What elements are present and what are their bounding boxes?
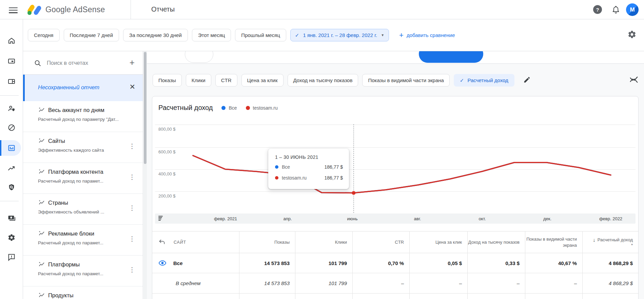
table-header-row: САЙТ Показы Клики CTR Цена за клик Доход…: [152, 231, 638, 253]
metric-chip-viewability[interactable]: Показы в видимой части экрана: [362, 74, 449, 87]
x-axis-tick: дек.: [543, 216, 551, 221]
undo-icon[interactable]: [158, 239, 165, 246]
kebab-menu-icon[interactable]: ⋮: [129, 173, 135, 181]
metric-chip-impressions[interactable]: Показы: [153, 74, 182, 87]
brand-logo[interactable]: Google AdSense: [27, 3, 105, 16]
sort-desc-icon: ↓: [593, 237, 596, 243]
metric-chip-cpc[interactable]: Цена за клик: [241, 74, 284, 87]
report-item-ad-units[interactable]: Рекламные блоки Расчетный доход по парам…: [23, 225, 143, 256]
check-icon: ✓: [460, 77, 464, 83]
x-axis-tick: февр. 2021: [214, 216, 237, 221]
reports-sidebar: + Несохраненный отчет ✕ Весь аккаунт по …: [23, 51, 143, 299]
kebab-menu-icon[interactable]: ⋮: [129, 235, 135, 243]
cell-impressions: 14 573 853: [239, 273, 295, 293]
report-settings-gear-icon[interactable]: [627, 30, 637, 40]
ads-icon[interactable]: [5, 55, 18, 67]
reports-icon[interactable]: [5, 142, 18, 154]
cell-earnings: 4 868,29 $: [583, 253, 638, 273]
cell-rpm: 0,33 $: [468, 253, 525, 273]
nav-rail: [0, 19, 23, 299]
date-range-label: 1 янв. 2021 г. – 28 февр. 2022 г.: [303, 32, 377, 38]
chevron-down-icon: ▼: [381, 33, 384, 37]
report-item-account-by-day[interactable]: Весь аккаунт по дням Расчетный доход по …: [23, 101, 143, 132]
notifications-bell-icon[interactable]: [611, 5, 620, 14]
chip-partial[interactable]: [185, 51, 213, 63]
legend-item-all[interactable]: Все: [221, 105, 237, 111]
date-range-chip[interactable]: ✓ 1 янв. 2021 г. – 28 февр. 2022 г. ▼: [290, 29, 389, 41]
sites-icon[interactable]: [5, 75, 18, 88]
col-header-impressions[interactable]: Показы: [239, 231, 295, 253]
x-axis-tick: апр.: [283, 216, 292, 221]
kebab-menu-icon[interactable]: ⋮: [129, 204, 135, 212]
menu-icon[interactable]: [9, 6, 18, 13]
payments-icon[interactable]: [5, 212, 18, 224]
cell-ctr: –: [353, 273, 410, 293]
x-axis-tick: окт.: [479, 216, 486, 221]
report-item-sites[interactable]: Сайты Эффективность каждого сайта ⋮: [23, 132, 143, 163]
metric-chip-clicks[interactable]: Клики: [186, 74, 211, 87]
check-icon: ✓: [295, 32, 299, 38]
x-axis-strip: февр. 2021 апр. июнь авг. окт. дек. февр…: [155, 213, 636, 224]
col-header-ctr[interactable]: CTR: [353, 231, 410, 253]
edit-metrics-pencil-icon[interactable]: [523, 76, 531, 85]
series-dot-blue: [275, 165, 278, 169]
toggle-chart-icon[interactable]: [629, 75, 638, 86]
unsaved-report-item[interactable]: Несохраненный отчет ✕: [23, 75, 143, 101]
cell-clicks: 101 799: [295, 273, 353, 293]
sparkline-icon: [38, 199, 45, 206]
search-input[interactable]: [47, 57, 125, 69]
avatar[interactable]: M: [626, 3, 639, 16]
primary-button-partial[interactable]: [419, 51, 483, 63]
col-header-viewability[interactable]: Показы в видимой части экрана: [525, 231, 583, 253]
feedback-icon[interactable]: [5, 251, 18, 263]
main-content: Показы Клики CTR Цена за клик Доход на т…: [147, 51, 644, 299]
x-axis-tick: июнь: [347, 216, 358, 221]
cell-earnings: 4 868,29 $: [583, 273, 638, 293]
date-preset-last-month[interactable]: Прошлый месяц: [235, 29, 286, 41]
legend-item-site[interactable]: testosam.ru: [246, 105, 278, 111]
add-comparison-button[interactable]: + добавить сравнение: [399, 32, 455, 39]
report-item-platforms[interactable]: Платформы Расчетный доход по парамет... …: [23, 256, 143, 286]
settings-icon[interactable]: [5, 231, 18, 244]
home-icon[interactable]: [5, 35, 18, 47]
new-report-plus-icon[interactable]: +: [130, 58, 135, 67]
col-header-cpc[interactable]: Цена за клик: [410, 231, 468, 253]
help-icon[interactable]: ?: [593, 5, 602, 14]
brand-name: Google AdSense: [45, 5, 105, 14]
tooltip-row: testosam.ru 186,77 $: [275, 175, 343, 181]
line-series-site: [193, 155, 611, 193]
col-header-site[interactable]: САЙТ: [152, 231, 239, 253]
metric-chip-ctr[interactable]: CTR: [215, 74, 237, 87]
sparkline-icon: [38, 107, 45, 114]
chart-header: Расчетный доход Все testosam.ru: [158, 104, 278, 112]
table-row-all: Все 14 573 853 101 799 0,70 % 0,05 $ 0,3…: [152, 253, 638, 273]
date-preset-this-month[interactable]: Этот месяц: [192, 29, 231, 41]
report-item-content-platform[interactable]: Платформа контента Расчетный доход по па…: [23, 163, 143, 194]
highlighted-point: [352, 191, 355, 195]
visibility-eye-icon[interactable]: [158, 259, 167, 267]
chart-title: Расчетный доход: [158, 104, 213, 112]
date-preset-today[interactable]: Сегодня: [28, 29, 60, 41]
col-header-estimated-earnings[interactable]: ↓ Расчетный доход *: [583, 231, 638, 253]
footnote-marker: *: [631, 243, 633, 248]
kebab-menu-icon[interactable]: ⋮: [129, 266, 135, 274]
policy-center-icon[interactable]: [5, 181, 18, 193]
axis-drag-icon[interactable]: [158, 216, 163, 221]
kebab-menu-icon[interactable]: ⋮: [129, 142, 135, 150]
optimization-icon[interactable]: [5, 162, 18, 174]
metric-chip-estimated-earnings[interactable]: ✓ Расчетный доход: [454, 74, 514, 87]
row-site-cell: В среднем: [152, 273, 239, 293]
blocking-controls-icon[interactable]: [5, 122, 18, 134]
scrollbar-thumb[interactable]: [144, 52, 147, 164]
col-header-clicks[interactable]: Клики: [295, 231, 353, 253]
row-site-cell: Все: [152, 253, 239, 273]
close-icon[interactable]: ✕: [129, 83, 135, 91]
privacy-messaging-icon[interactable]: [5, 102, 18, 115]
x-axis-tick: авг.: [414, 216, 421, 221]
date-preset-7days[interactable]: Последние 7 дней: [64, 29, 119, 41]
report-item-countries[interactable]: Страны Эффективность объявлений ... ⋮: [23, 194, 143, 225]
date-preset-30days[interactable]: За последние 30 дней: [123, 29, 188, 41]
report-item-products[interactable]: Продукты: [23, 286, 143, 299]
col-header-rpm[interactable]: Доход на тысячу показов: [468, 231, 525, 253]
metric-chip-rpm[interactable]: Доход на тысячу показов: [288, 74, 358, 87]
